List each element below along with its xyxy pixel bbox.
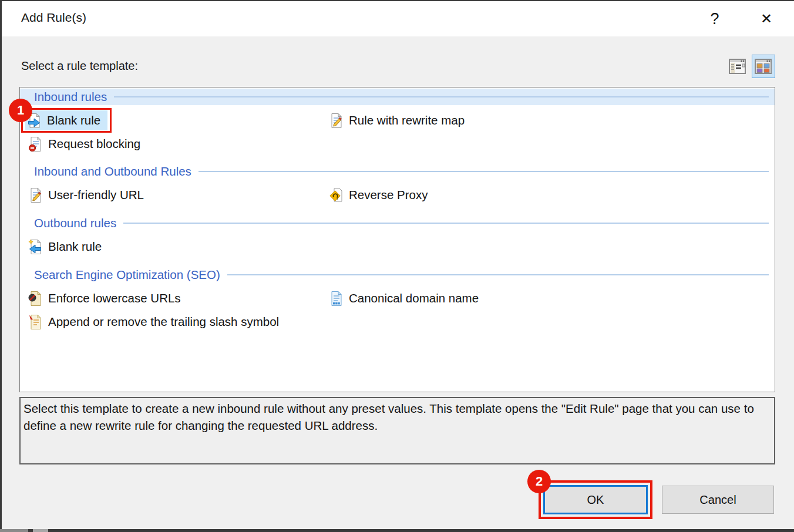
template-rule-with-rewrite-map[interactable]: Rule with rewrite map [321, 109, 775, 132]
group-header-label: Inbound rules [20, 90, 107, 104]
group-header-rule-line [227, 274, 769, 275]
template-blank-rule-outbound[interactable]: Blank rule [20, 235, 321, 258]
template-user-friendly-url[interactable]: User-friendly URL [20, 183, 321, 207]
group-header-label: Outbound rules [20, 216, 116, 230]
group-header-inbound-outbound-rules: Inbound and Outbound Rules [20, 163, 775, 180]
rewrite-map-icon [329, 113, 344, 129]
selected-item-highlight: Blank rule [25, 110, 107, 130]
item-label: Blank rule [48, 240, 102, 254]
dialog-title-bar: Add Rule(s) ? ✕ [2, 1, 794, 36]
template-blank-rule-inbound[interactable]: Blank rule [20, 109, 321, 132]
group-header-seo: Search Engine Optimization (SEO) [20, 267, 775, 283]
request-blocking-icon [28, 136, 43, 152]
item-label: Reverse Proxy [349, 188, 428, 202]
group-header-label: Search Engine Optimization (SEO) [20, 268, 220, 282]
template-canonical-domain-name[interactable]: Canonical domain name [321, 287, 775, 310]
reverse-proxy-icon [329, 187, 344, 203]
group-header-inbound-rules: Inbound rules [20, 89, 775, 105]
item-label: Enforce lowercase URLs [48, 291, 181, 305]
cancel-button[interactable]: Cancel [662, 486, 774, 514]
group-header-label: Inbound and Outbound Rules [20, 164, 191, 179]
tiles-view-button[interactable] [752, 55, 775, 78]
blank-rule-inbound-icon [27, 113, 42, 129]
group-header-outbound-rules: Outbound rules [20, 215, 775, 231]
tiles-view-icon [755, 58, 772, 75]
details-view-button[interactable] [726, 55, 749, 78]
blank-rule-outbound-icon [28, 239, 43, 255]
dialog-title: Add Rule(s) [21, 11, 86, 25]
annotation-highlight-box-2: OK [539, 480, 652, 519]
help-button[interactable]: ? [701, 1, 728, 36]
template-reverse-proxy[interactable]: Reverse Proxy [321, 183, 775, 207]
rule-template-list: Inbound rules Blank rule Rule with rewri… [19, 87, 775, 392]
template-description: Select this template to create a new inb… [19, 397, 775, 464]
background-window-edge [33, 529, 48, 532]
ok-button[interactable]: OK [543, 485, 648, 514]
item-label: Canonical domain name [349, 291, 479, 305]
close-icon[interactable]: ✕ [753, 1, 780, 36]
group-header-rule-line [123, 223, 769, 224]
template-trailing-slash[interactable]: Append or remove the trailing slash symb… [20, 310, 321, 334]
item-label: Append or remove the trailing slash symb… [48, 315, 279, 329]
screenshot-root: Add Rule(s) ? ✕ Select a rule template: … [0, 0, 794, 532]
select-template-label: Select a rule template: [21, 59, 138, 73]
canonical-domain-icon [329, 291, 344, 307]
trailing-slash-icon [28, 314, 43, 330]
add-rules-dialog: Add Rule(s) ? ✕ Select a rule template: … [2, 1, 794, 529]
enforce-lowercase-icon [28, 291, 43, 307]
user-friendly-url-icon [28, 187, 43, 203]
item-label: Rule with rewrite map [349, 113, 465, 127]
template-enforce-lowercase-urls[interactable]: Enforce lowercase URLs [20, 287, 321, 310]
view-switcher [726, 55, 775, 78]
details-view-icon [729, 58, 746, 75]
background-window-edge [0, 529, 28, 532]
template-request-blocking[interactable]: Request blocking [20, 132, 321, 156]
item-label: Blank rule [47, 113, 100, 127]
item-label: Request blocking [48, 137, 140, 151]
group-header-rule-line [114, 96, 769, 97]
item-label: User-friendly URL [48, 188, 144, 202]
group-header-rule-line [198, 171, 769, 172]
